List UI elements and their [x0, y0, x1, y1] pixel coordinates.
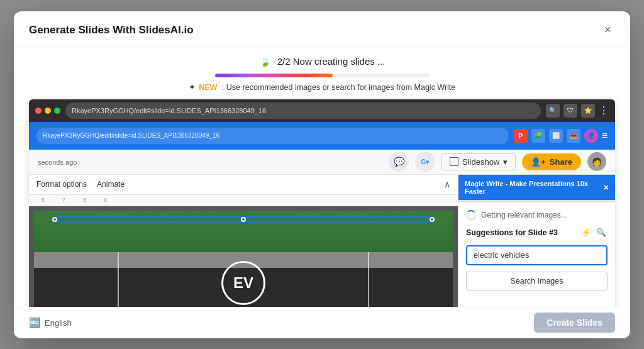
ruler-mark-9: 9 — [104, 197, 107, 203]
parking-line-left — [118, 252, 119, 314]
magic-write-close-button[interactable]: × — [604, 182, 609, 192]
slides-icon-p: P — [514, 129, 528, 143]
user-avatar: 🧑 — [587, 152, 606, 171]
modal-title: Generate Slides With SlidesAI.io — [29, 24, 194, 36]
slides-menu-button[interactable]: ≡ — [602, 130, 608, 141]
google-meet-icon[interactable]: G▾ — [415, 152, 435, 172]
progress-bar — [215, 74, 333, 77]
suggestions-title-row: Suggestions for Slide #3 ⚡ 🔍 — [466, 226, 608, 239]
selection-handles — [55, 216, 431, 223]
modal-header: Generate Slides With SlidesAI.io × — [14, 11, 630, 47]
slides-toolbar-icons: P 🧩 ⬜ 📤 👤 ≡ — [514, 129, 608, 143]
share-person-icon: 👤+ — [531, 157, 546, 167]
browser-chrome: RkayePX3RyGGHQ/edit#slide=id.SLIDES_API1… — [29, 99, 615, 122]
slides-icon-avatar: 👤 — [584, 129, 598, 143]
modal-overlay: Generate Slides With SlidesAI.io × 🍃 2/2… — [0, 0, 644, 349]
ev-symbol: EV — [221, 261, 265, 305]
suggestions-title-text: Suggestions for Slide #3 — [466, 228, 558, 237]
handle-center — [241, 217, 246, 222]
slides-topbar: seconds ago 💬 G▾ Slideshow ▾ 👤+ Shar — [29, 150, 615, 175]
timestamp-value: seconds ago — [38, 158, 77, 166]
slides-content: Format options Animate ∧ 6 7 8 9 — [29, 175, 615, 319]
ruler: 6 7 8 9 — [29, 195, 458, 206]
search-images-button[interactable]: Search Images — [466, 272, 608, 291]
banner-message: Use recommended images or search for ima… — [226, 83, 455, 92]
modal-footer: 🔤 English Create Slides — [14, 307, 630, 338]
browser-screenshot: RkayePX3RyGGHQ/edit#slide=id.SLIDES_API1… — [29, 99, 615, 319]
slide-image: EV — [34, 211, 453, 314]
magic-write-body: Getting relevant images... Suggestions f… — [458, 202, 615, 319]
handle-left — [52, 217, 57, 222]
status-row: 🍃 2/2 Now creating slides ... — [259, 56, 386, 67]
create-slides-label: Create Slides — [547, 318, 602, 328]
format-options-label[interactable]: Format options — [36, 180, 87, 189]
format-bar-close-icon[interactable]: ∧ — [444, 179, 450, 189]
lightning-icon: ✦ — [189, 83, 196, 92]
slides-icon-share2: 📤 — [567, 129, 580, 143]
browser-dot-green — [54, 108, 60, 114]
browser-icon-search: 🔍 — [546, 104, 560, 118]
parking-line-right — [368, 252, 369, 314]
search-images-label: Search Images — [510, 277, 563, 285]
slides-url-bar: RkayePX3RyGGHQ/edit#slide=id.SLIDES_API1… — [36, 128, 509, 144]
progress-bar-container — [215, 74, 429, 77]
share-label: Share — [550, 157, 572, 167]
avatar-image: 🧑 — [592, 157, 602, 167]
slide-inner: EV — [34, 211, 453, 314]
slideshow-icon — [450, 157, 458, 166]
toolbar-icons: 🔍 🛡 ⭐ ⋮ — [546, 104, 609, 118]
new-badge: NEW — [199, 83, 217, 92]
slideshow-chevron: ▾ — [503, 157, 508, 167]
search-input[interactable] — [466, 245, 608, 265]
slides-icon-window: ⬜ — [549, 129, 563, 143]
share-button[interactable]: 👤+ Share — [522, 153, 581, 170]
create-slides-button[interactable]: Create Slides — [534, 313, 615, 333]
loading-row: Getting relevant images... — [466, 210, 608, 220]
browser-dot-red — [35, 108, 42, 114]
topbar-left: seconds ago — [38, 156, 382, 167]
browser-icon-shield: 🛡 — [564, 104, 577, 118]
slides-url-text: RkayePX3RyGGHQ/edit#slide=id.SLIDES_API1… — [43, 132, 219, 139]
editor-area: Format options Animate ∧ 6 7 8 9 — [29, 175, 458, 319]
slideshow-button[interactable]: Slideshow ▾ — [441, 153, 516, 170]
search-icon[interactable]: 🔍 — [595, 226, 608, 239]
browser-dot-yellow — [45, 108, 51, 114]
browser-menu-button[interactable]: ⋮ — [599, 104, 609, 116]
animate-label[interactable]: Animate — [97, 180, 125, 189]
magic-write-header: Magic Write - Make Presentations 10x Fas… — [458, 175, 615, 200]
new-banner: ✦ NEW : Use recommended images or search… — [189, 82, 456, 92]
slides-toolbar: RkayePX3RyGGHQ/edit#slide=id.SLIDES_API1… — [29, 122, 615, 150]
slide-canvas: EV — [29, 206, 458, 319]
timestamp-text: seconds ago — [38, 158, 77, 166]
modal-body: 🍃 2/2 Now creating slides ... ✦ NEW : Us… — [14, 47, 630, 319]
format-options-bar: Format options Animate ∧ — [29, 175, 458, 195]
modal: Generate Slides With SlidesAI.io × 🍃 2/2… — [14, 11, 630, 338]
handle-right — [430, 217, 435, 222]
status-text: 2/2 Now creating slides ... — [277, 56, 386, 67]
status-emoji: 🍃 — [259, 56, 271, 67]
ruler-mark-6: 6 — [42, 197, 45, 203]
browser-icon-star: ⭐ — [581, 104, 595, 118]
ruler-mark-8: 8 — [83, 197, 86, 203]
close-button[interactable]: × — [600, 23, 615, 38]
banner-colon: : — [222, 83, 224, 92]
suggestion-action-icons: ⚡ 🔍 — [580, 226, 608, 239]
slides-icon-puzzle: 🧩 — [531, 129, 545, 143]
url-bar[interactable]: RkayePX3RyGGHQ/edit#slide=id.SLIDES_API1… — [65, 102, 541, 119]
magic-write-title: Magic Write - Make Presentations 10x Fas… — [465, 180, 604, 195]
ruler-mark-7: 7 — [62, 197, 65, 203]
browser-dots — [35, 108, 60, 114]
language-label: 🔤 English — [29, 317, 72, 328]
refresh-icon[interactable]: ⚡ — [580, 226, 592, 239]
loading-text: Getting relevant images... — [481, 211, 567, 219]
language-text: English — [45, 318, 72, 328]
loading-spinner — [466, 210, 476, 220]
chat-icon[interactable]: 💬 — [389, 152, 409, 172]
slideshow-label: Slideshow — [462, 157, 499, 167]
language-icon: 🔤 — [29, 317, 41, 328]
magic-write-panel: Magic Write - Make Presentations 10x Fas… — [458, 175, 615, 319]
